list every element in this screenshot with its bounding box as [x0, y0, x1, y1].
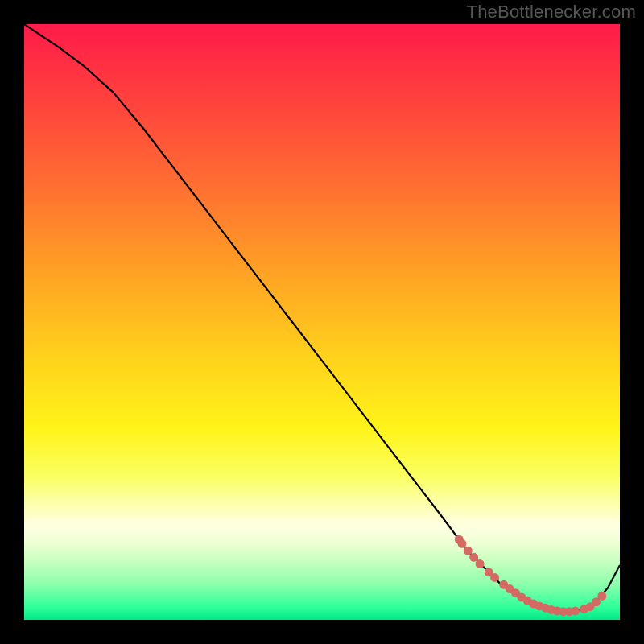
chart-plot-area: [24, 24, 620, 620]
curve-marker: [490, 573, 499, 582]
curve-markers: [455, 535, 607, 617]
curve-marker: [464, 547, 473, 555]
curve-marker: [597, 592, 606, 601]
chart-svg: [24, 24, 620, 620]
attribution-text: TheBottlenecker.com: [467, 2, 636, 23]
curve-marker: [469, 553, 478, 562]
bottleneck-curve: [24, 24, 620, 612]
curve-marker: [476, 559, 485, 568]
curve-marker: [457, 539, 466, 548]
curve-marker: [571, 606, 580, 615]
